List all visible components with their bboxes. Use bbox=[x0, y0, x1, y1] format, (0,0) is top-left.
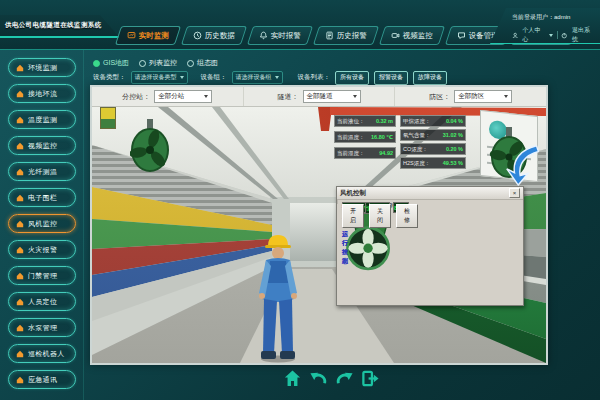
device-toolbar: 设备类型： 请选择设备类型 设备组： 请选择设备组 设备列表： 所有设备 报警设… bbox=[93, 71, 447, 84]
tunnel-label: 隧道： bbox=[278, 92, 299, 102]
user-panel: 当前登录用户：admin 个人中心 退出系统 bbox=[490, 8, 600, 44]
house-icon bbox=[16, 220, 24, 228]
tab-history-data[interactable]: 历史数据 bbox=[181, 26, 247, 45]
house-icon bbox=[16, 298, 24, 306]
sidebar-item-efence[interactable]: 电子围栏 bbox=[8, 188, 76, 207]
logged-in-user: 当前登录用户：admin bbox=[512, 13, 594, 22]
station-select[interactable]: 全部分站 bbox=[154, 90, 212, 103]
tab-video-monitor[interactable]: 视频监控 bbox=[379, 26, 445, 45]
tunnel-3d-scene[interactable]: 当前液位：0.32 m 当前温度：16.80 ℃ 当前湿度：94.92 甲烷浓度… bbox=[92, 107, 546, 363]
divider bbox=[557, 31, 558, 39]
telemetry-row: 当前温度：16.80 ℃ bbox=[334, 131, 396, 143]
house-icon bbox=[16, 272, 24, 280]
dialog-status-pane: 排风扇运行状态 运行模式 运行状态 故障状态 自动 运行 正常 电压 bbox=[337, 200, 346, 204]
tunnel-view-panel: 分控站： 全部分站 隧道： 全部隧道 防区： 全部防区 bbox=[90, 85, 548, 365]
sidebar-item-emergency-comm[interactable]: 应急通讯 bbox=[8, 370, 76, 389]
sidebar-item-fiber-temp[interactable]: 光纤测温 bbox=[8, 162, 76, 181]
device-group-select[interactable]: 请选择设备组 bbox=[232, 71, 283, 84]
house-icon bbox=[16, 194, 24, 202]
clock-icon bbox=[193, 31, 202, 40]
fan-maintenance-button[interactable]: 检修 bbox=[396, 204, 418, 228]
sidebar-item-pump[interactable]: 水泵管理 bbox=[8, 318, 76, 337]
sidebar-item-ground-current[interactable]: 接地环流 bbox=[8, 84, 76, 103]
device-list-label: 设备列表： bbox=[298, 73, 331, 82]
sidebar-item-env-monitor[interactable]: 环境监测 bbox=[8, 58, 76, 77]
house-icon bbox=[16, 246, 24, 254]
tab-label: 实时报警 bbox=[271, 31, 301, 41]
tunnel-select[interactable]: 全部隧道 bbox=[303, 90, 361, 103]
close-icon[interactable]: × bbox=[509, 188, 520, 198]
radio-list-monitor[interactable]: 列表监控 bbox=[139, 58, 177, 68]
tunnel-filter-group: 隧道： 全部隧道 bbox=[244, 87, 396, 106]
sidebar-item-access-control[interactable]: 门禁管理 bbox=[8, 266, 76, 285]
tab-label: 实时监测 bbox=[139, 31, 169, 41]
telemetry-row: CO浓度：0.20 % bbox=[400, 143, 466, 155]
station-filter-group: 分控站： 全部分站 bbox=[92, 87, 244, 106]
radio-scada-view[interactable]: 组态图 bbox=[187, 58, 218, 68]
chevron-down-icon bbox=[353, 95, 357, 98]
exit-icon[interactable] bbox=[361, 369, 380, 388]
telemetry-row: H2S浓度：49.53 % bbox=[400, 157, 466, 169]
forward-icon[interactable] bbox=[335, 369, 354, 388]
radio-icon bbox=[93, 60, 100, 67]
sidebar-item-temperature[interactable]: 温度监测 bbox=[8, 110, 76, 129]
house-icon bbox=[16, 90, 24, 98]
home-icon[interactable] bbox=[283, 369, 302, 388]
fan-start-button[interactable]: 开启 bbox=[342, 204, 364, 228]
telemetry-right-column: 甲烷浓度：0.04 % 氧气含量：31.02 % CO浓度：0.20 % H2S… bbox=[400, 115, 466, 169]
telemetry-row: 氧气含量：31.02 % bbox=[400, 129, 466, 141]
blue-arrow-icon[interactable] bbox=[502, 141, 546, 187]
logout-link[interactable]: 退出系统 bbox=[572, 26, 594, 44]
alarm-devices-button[interactable]: 报警设备 bbox=[374, 71, 408, 85]
user-center-link[interactable]: 个人中心 bbox=[522, 26, 544, 44]
tab-realtime-monitor[interactable]: 实时监测 bbox=[115, 26, 181, 45]
zone-filter-group: 防区： 全部防区 bbox=[395, 87, 546, 106]
view-mode-row: GIS地图 列表监控 组态图 bbox=[93, 58, 218, 68]
zone-select[interactable]: 全部防区 bbox=[454, 90, 512, 103]
document-icon bbox=[325, 31, 334, 40]
fan-stop-button[interactable]: 关闭 bbox=[369, 204, 391, 228]
device-type-label: 设备类型： bbox=[93, 73, 126, 82]
house-icon bbox=[16, 116, 24, 124]
telemetry-left-column: 当前液位：0.32 m 当前温度：16.80 ℃ 当前湿度：94.92 bbox=[334, 115, 396, 159]
house-icon bbox=[16, 350, 24, 358]
dialog-title: 风机控制 bbox=[340, 189, 366, 198]
house-icon bbox=[16, 324, 24, 332]
tab-history-alarm[interactable]: 历史报警 bbox=[313, 26, 379, 45]
ceiling-fan[interactable] bbox=[130, 119, 170, 173]
radio-gis-map[interactable]: GIS地图 bbox=[93, 58, 129, 68]
tab-label: 历史报警 bbox=[337, 31, 367, 41]
chevron-down-icon bbox=[504, 95, 508, 98]
fan-control-dialog: 风机控制 × 50# bbox=[336, 186, 524, 306]
sidebar-item-robot[interactable]: 巡检机器人 bbox=[8, 344, 76, 363]
radio-icon bbox=[139, 60, 146, 67]
worker-figure bbox=[250, 233, 306, 363]
zone-label: 防区： bbox=[429, 92, 450, 102]
sidebar-item-fan-monitor[interactable]: 风机监控 bbox=[8, 214, 76, 233]
chevron-down-icon bbox=[180, 76, 184, 79]
telemetry-row: 甲烷浓度：0.04 % bbox=[400, 115, 466, 127]
camera-icon bbox=[391, 31, 400, 40]
all-devices-button[interactable]: 所有设备 bbox=[335, 71, 369, 85]
house-icon bbox=[16, 376, 24, 384]
monitor-icon bbox=[127, 31, 136, 40]
house-icon bbox=[16, 64, 24, 72]
back-icon[interactable] bbox=[309, 369, 328, 388]
device-type-select[interactable]: 请选择设备类型 bbox=[131, 71, 188, 84]
chat-bubble-icon bbox=[457, 31, 466, 40]
tab-realtime-alarm[interactable]: 实时报警 bbox=[247, 26, 313, 45]
dialog-title-bar[interactable]: 风机控制 × bbox=[337, 187, 523, 200]
device-group-label: 设备组： bbox=[201, 73, 227, 82]
sidebar-item-fire-alarm[interactable]: 火灾报警 bbox=[8, 240, 76, 259]
filter-bar: 分控站： 全部分站 隧道： 全部隧道 防区： 全部防区 bbox=[92, 87, 546, 107]
radio-icon bbox=[187, 60, 194, 67]
person-icon bbox=[512, 32, 518, 39]
fault-devices-button[interactable]: 故障设备 bbox=[413, 71, 447, 85]
tab-label: 历史数据 bbox=[205, 31, 235, 41]
sidebar-item-personnel[interactable]: 人员定位 bbox=[8, 292, 76, 311]
app-root: 供电公司电缆隧道在线监测系统 实时监测 历史数据 实时报警 历史报警 视频监控 bbox=[0, 0, 600, 400]
sidebar-item-video[interactable]: 视频监控 bbox=[8, 136, 76, 155]
station-label: 分控站： bbox=[122, 92, 150, 102]
chevron-down-icon bbox=[204, 95, 208, 98]
power-icon bbox=[561, 32, 567, 39]
